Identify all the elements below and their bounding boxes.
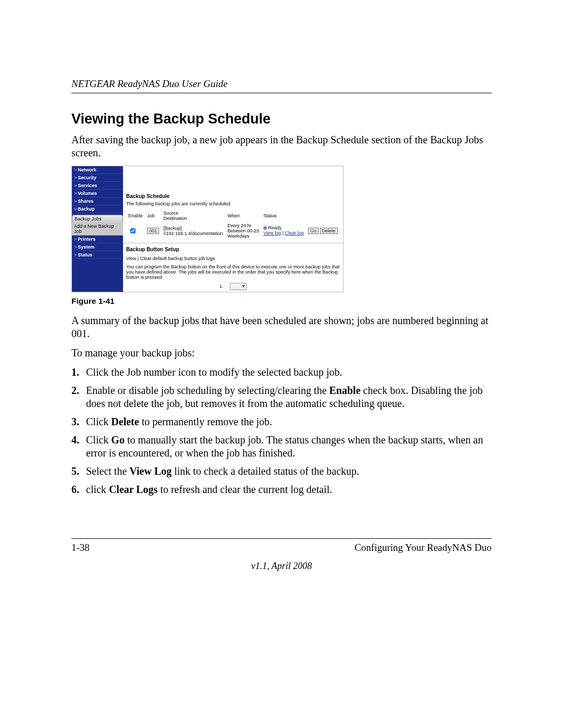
status-dot-icon [263, 226, 267, 230]
running-head: NETGEAR ReadyNAS Duo User Guide [71, 78, 492, 90]
step-4: 4.Click Go to manually start the backup … [71, 434, 492, 460]
step-2: 2.Enable or disable job scheduling by se… [71, 384, 492, 410]
nav-add-backup-job[interactable]: Add a New Backup Job [72, 223, 123, 236]
intro-paragraph: After saving the backup job, a new job a… [71, 133, 492, 159]
backup-button-dropdown[interactable] [230, 283, 247, 290]
backup-schedule-subtitle: The following backup jobs are currently … [123, 201, 343, 209]
table-header-row: Enable Job SourceDestination When Status [126, 209, 340, 222]
nav-label: Network [78, 167, 96, 172]
summary-p1: A summary of the backup jobs that have b… [71, 314, 492, 340]
backup-schedule-title: Backup Schedule [123, 190, 343, 201]
version-line: v1.1, April 2008 [71, 561, 492, 572]
chevron-right-icon: > [74, 167, 77, 172]
chevron-right-icon: > [74, 199, 77, 204]
col-when: When [225, 209, 261, 222]
chevron-right-icon: > [74, 183, 77, 188]
when-cell: Every 24 hr Between 00-23 Weekdays [225, 222, 261, 240]
figure-caption: Figure 1-41 [71, 297, 492, 306]
nav-label: Printers [78, 237, 95, 242]
sidebar-nav: >Network >Security >Services >Volumes >S… [72, 166, 123, 292]
chevron-right-icon: > [74, 252, 77, 257]
summary-p2: To manage your backup jobs: [71, 347, 492, 360]
clear-log-link[interactable]: Clear log [285, 230, 303, 236]
section-title: Viewing the Backup Schedule [71, 111, 492, 127]
screenshot: >Network >Security >Services >Volumes >S… [71, 166, 344, 292]
page-number: 1-38 [71, 542, 90, 553]
chevron-down-icon: v [74, 206, 77, 212]
page-footer: 1-38 Configuring Your ReadyNAS Duo v1.1,… [71, 538, 492, 572]
nav-label: Backup [78, 206, 95, 212]
figure-1-41: >Network >Security >Services >Volumes >S… [71, 166, 492, 292]
col-job: Job [145, 209, 161, 222]
col-srcdst: SourceDestination [161, 209, 225, 222]
view-log-link[interactable]: View log [263, 230, 281, 236]
go-button[interactable]: Go [308, 228, 319, 234]
nav-label: Shares [78, 199, 93, 204]
nav-label: Security [78, 175, 96, 180]
job-number-button[interactable]: 001 [147, 228, 159, 234]
nav-security[interactable]: >Security [72, 174, 123, 182]
nav-network[interactable]: >Network [72, 166, 123, 174]
table-row: 001 [Backup] //192.168.1.4/documentation… [126, 222, 340, 240]
chevron-right-icon: > [74, 244, 77, 250]
chevron-right-icon: > [74, 237, 77, 242]
col-enable: Enable [126, 209, 145, 222]
backup-button-desc: You can program the Backup button on the… [123, 263, 343, 281]
main-panel: Backup Schedule The following backup job… [123, 166, 343, 292]
source-destination-cell: [Backup] //192.168.1.4/documentation [161, 222, 225, 240]
col-status: Status [261, 209, 306, 222]
nav-system[interactable]: >System [72, 243, 123, 251]
backup-button-links[interactable]: View | Clear default backup button job l… [123, 254, 343, 263]
chapter-title: Configuring Your ReadyNAS Duo [354, 542, 492, 553]
nav-label: System [78, 244, 94, 250]
step-5: 5.Select the View Log link to check a de… [71, 465, 492, 478]
backup-button-row: 1. [123, 281, 343, 292]
step-6: 6.click Clear Logs to refresh and clear … [71, 483, 492, 496]
backup-schedule-table: Enable Job SourceDestination When Status… [126, 209, 340, 240]
steps-list: 1.Click the Job number icon to modify th… [71, 366, 492, 496]
nav-volumes[interactable]: >Volumes [72, 190, 123, 198]
step-1: 1.Click the Job number icon to modify th… [71, 366, 492, 379]
nav-shares[interactable]: >Shares [72, 198, 123, 205]
nav-backup-jobs[interactable]: Backup Jobs [72, 215, 123, 223]
step-3: 3.Click Delete to permanently remove the… [71, 415, 492, 428]
nav-status[interactable]: >Status [72, 251, 123, 259]
status-cell: Ready View log | Clear log [261, 222, 306, 240]
backup-button-rownum: 1. [219, 283, 224, 289]
nav-printers[interactable]: >Printers [72, 236, 123, 243]
nav-backup[interactable]: vBackup [72, 205, 123, 213]
chevron-right-icon: > [74, 175, 77, 180]
enable-checkbox[interactable] [130, 228, 136, 233]
nav-services[interactable]: >Services [72, 182, 123, 190]
chevron-right-icon: > [74, 191, 77, 196]
nav-label: Volumes [78, 191, 97, 196]
backup-button-setup-title: Backup Button Setup [123, 243, 343, 254]
header-rule [71, 93, 492, 93]
nav-label: Services [78, 183, 97, 188]
nav-label: Status [78, 252, 92, 257]
delete-button[interactable]: Delete [320, 228, 338, 234]
